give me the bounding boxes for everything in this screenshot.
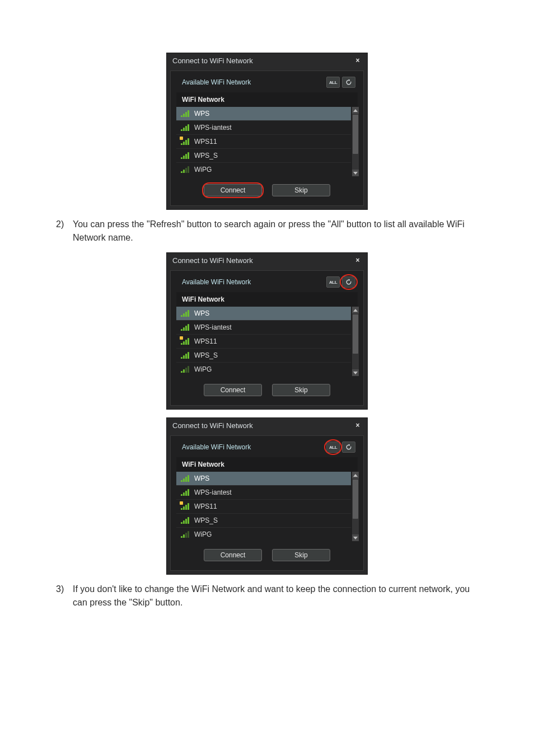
available-networks-label: Available WiFi Network: [182, 78, 324, 86]
signal-icon: [181, 324, 190, 331]
all-button[interactable]: ALL: [326, 442, 340, 453]
refresh-icon: [345, 279, 352, 285]
skip-button[interactable]: Skip: [272, 549, 330, 561]
all-button[interactable]: ALL: [326, 276, 340, 288]
refresh-icon: [345, 79, 352, 86]
paragraph-3: If you don't like to change the WiFi Net…: [73, 583, 478, 609]
signal-icon: [181, 124, 190, 131]
network-name: WPS_S: [194, 351, 218, 359]
network-name: WiPG: [194, 166, 212, 173]
network-name: WPS11: [194, 337, 217, 345]
network-name: WPS-iantest: [194, 489, 232, 496]
refresh-button[interactable]: [342, 77, 355, 88]
scrollbar[interactable]: [352, 307, 359, 376]
chevron-down-icon: [353, 172, 358, 175]
network-list: WPS WPS-iantest WPS11 WPS_S: [176, 472, 351, 541]
scroll-track[interactable]: [352, 478, 359, 534]
network-row-wps11[interactable]: WPS11: [176, 499, 351, 513]
dialog-title: Connect to WiFi Network: [172, 256, 354, 265]
scroll-up-button[interactable]: [352, 307, 359, 313]
scroll-down-button[interactable]: [352, 170, 359, 176]
network-row-wps-s[interactable]: WPS_S: [176, 348, 351, 362]
signal-icon: [181, 352, 190, 359]
signal-icon: [181, 531, 190, 538]
refresh-button[interactable]: [342, 276, 355, 288]
network-list-header: WiFi Network: [176, 292, 358, 307]
network-row-wps[interactable]: WPS: [176, 472, 351, 485]
network-name: WPS_S: [194, 152, 218, 159]
scroll-thumb[interactable]: [353, 480, 358, 519]
scroll-down-button[interactable]: [352, 534, 359, 541]
dialog-titlebar: Connect to WiFi Network ×: [167, 418, 367, 433]
scroll-thumb[interactable]: [353, 115, 358, 154]
scrollbar[interactable]: [352, 107, 359, 176]
available-networks-label: Available WiFi Network: [182, 278, 324, 286]
scroll-thumb[interactable]: [353, 314, 358, 354]
scroll-up-button[interactable]: [352, 107, 359, 114]
scroll-track[interactable]: [352, 114, 359, 170]
wifi-dialog-3: Connect to WiFi Network × Available WiFi…: [166, 417, 368, 575]
network-name: WPS-iantest: [194, 124, 232, 132]
network-row-wps[interactable]: WPS: [176, 307, 351, 320]
list-marker-3: 3): [56, 583, 73, 596]
connect-button[interactable]: Connect: [204, 184, 262, 196]
signal-icon: [181, 110, 190, 117]
network-name: WPS_S: [194, 516, 218, 524]
signal-icon: [181, 338, 190, 345]
network-row-wipg[interactable]: WiPG: [176, 527, 351, 541]
skip-button[interactable]: Skip: [272, 384, 330, 396]
skip-button[interactable]: Skip: [272, 184, 330, 196]
signal-icon: [181, 366, 190, 373]
network-name: WPS: [194, 309, 209, 317]
scroll-track[interactable]: [352, 313, 359, 369]
network-name: WPS: [194, 475, 209, 482]
dialog-body: Available WiFi Network ALL WiFi Network …: [170, 71, 364, 206]
network-list-header: WiFi Network: [176, 457, 358, 472]
signal-icon: [181, 152, 190, 159]
dialog-body: Available WiFi Network ALL WiFi Network …: [170, 270, 364, 406]
scroll-up-button[interactable]: [352, 472, 359, 478]
chevron-up-icon: [353, 109, 358, 112]
network-name: WiPG: [194, 530, 212, 538]
close-icon[interactable]: ×: [354, 422, 362, 430]
wifi-dialog-2: Connect to WiFi Network × Available WiFi…: [166, 252, 368, 410]
refresh-icon: [345, 444, 352, 450]
signal-icon: [181, 310, 190, 317]
dialog-title: Connect to WiFi Network: [172, 421, 354, 430]
network-name: WiPG: [194, 365, 212, 373]
chevron-down-icon: [353, 537, 358, 539]
dialog-titlebar: Connect to WiFi Network ×: [167, 253, 367, 268]
signal-icon: [181, 489, 190, 496]
dialog-title: Connect to WiFi Network: [172, 57, 354, 65]
network-name: WPS11: [194, 503, 217, 510]
network-row-wps[interactable]: WPS: [176, 107, 351, 120]
network-row-wps-s[interactable]: WPS_S: [176, 148, 351, 162]
connect-button[interactable]: Connect: [204, 384, 262, 396]
close-icon[interactable]: ×: [354, 257, 362, 265]
network-row-wps-iantest[interactable]: WPS-iantest: [176, 320, 351, 334]
signal-icon: [181, 503, 190, 510]
network-row-wps-iantest[interactable]: WPS-iantest: [176, 120, 351, 134]
connect-button[interactable]: Connect: [204, 549, 262, 561]
wifi-dialog-1: Connect to WiFi Network × Available WiFi…: [166, 53, 368, 210]
all-button[interactable]: ALL: [326, 77, 340, 88]
available-networks-label: Available WiFi Network: [182, 443, 324, 451]
scroll-down-button[interactable]: [352, 369, 359, 376]
network-row-wps11[interactable]: WPS11: [176, 134, 351, 148]
signal-icon: [181, 166, 190, 173]
close-icon[interactable]: ×: [354, 57, 362, 65]
paragraph-2: You can press the "Refresh" button to se…: [73, 218, 478, 245]
network-row-wipg[interactable]: WiPG: [176, 162, 351, 176]
chevron-down-icon: [353, 372, 358, 374]
network-row-wps11[interactable]: WPS11: [176, 334, 351, 348]
network-name: WPS-iantest: [194, 323, 232, 331]
network-row-wps-s[interactable]: WPS_S: [176, 513, 351, 527]
signal-icon: [181, 475, 190, 482]
refresh-button[interactable]: [342, 442, 355, 453]
scrollbar[interactable]: [352, 472, 359, 541]
network-row-wipg[interactable]: WiPG: [176, 362, 351, 376]
signal-icon: [181, 517, 190, 524]
network-row-wps-iantest[interactable]: WPS-iantest: [176, 485, 351, 499]
network-list-header: WiFi Network: [176, 92, 358, 107]
chevron-up-icon: [353, 474, 358, 477]
